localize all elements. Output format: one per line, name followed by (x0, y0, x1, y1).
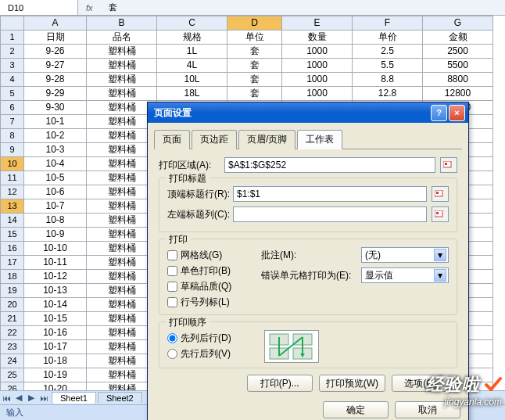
row-header[interactable]: 2 (1, 45, 24, 59)
row-header[interactable]: 23 (1, 340, 24, 354)
sheet-tab-1[interactable]: Sheet1 (52, 392, 96, 404)
cell[interactable]: 10L (157, 73, 227, 87)
row-header[interactable]: 12 (1, 185, 24, 199)
row-header[interactable]: 8 (1, 129, 24, 143)
row-header[interactable]: 15 (1, 228, 24, 242)
cell[interactable]: 2500 (423, 45, 493, 59)
cell[interactable]: 塑料桶 (87, 73, 157, 87)
cell[interactable]: 9-27 (24, 59, 87, 73)
draft-checkbox[interactable]: 草稿品质(Q) (167, 278, 261, 294)
cell[interactable]: 12800 (423, 87, 493, 101)
cell[interactable]: 规格 (157, 31, 227, 45)
row-header[interactable]: 25 (1, 368, 24, 382)
cell[interactable]: 塑料桶 (87, 270, 157, 284)
cell[interactable]: 塑料桶 (87, 59, 157, 73)
print-button[interactable]: 打印(P)... (247, 375, 313, 392)
cell[interactable]: 10-15 (24, 312, 87, 326)
column-header-G[interactable]: G (423, 16, 493, 31)
cell[interactable]: 塑料桶 (87, 228, 157, 242)
errors-combo[interactable]: 显示值 ▾ (361, 267, 449, 283)
name-box[interactable]: D10 (0, 0, 78, 15)
cell[interactable]: 塑料桶 (87, 326, 157, 340)
cell[interactable]: 4L (157, 59, 227, 73)
cell[interactable]: 10-12 (24, 270, 87, 284)
row-header[interactable]: 22 (1, 326, 24, 340)
row-header[interactable]: 14 (1, 214, 24, 228)
cell[interactable]: 10-4 (24, 157, 87, 171)
cell[interactable]: 10-10 (24, 242, 87, 256)
cell[interactable]: 数量 (282, 31, 353, 45)
cell[interactable]: 1L (157, 45, 227, 59)
cancel-button[interactable]: 取消 (395, 401, 460, 418)
row-header[interactable]: 3 (1, 59, 24, 73)
cell[interactable]: 日期 (24, 31, 87, 45)
row-header[interactable]: 21 (1, 312, 24, 326)
cell[interactable]: 1000 (282, 73, 353, 87)
row-header[interactable]: 24 (1, 354, 24, 368)
cell[interactable]: 塑料桶 (87, 340, 157, 354)
cell[interactable]: 18L (157, 87, 227, 101)
cell[interactable]: 9-30 (24, 101, 87, 115)
cell[interactable]: 塑料桶 (87, 354, 157, 368)
tab-nav-next-icon[interactable]: ▶ (25, 392, 38, 404)
print-area-input[interactable]: $A$1:$G$252 (224, 157, 435, 173)
cell[interactable]: 12.8 (353, 87, 423, 101)
cell[interactable]: 10-2 (24, 129, 87, 143)
cell[interactable]: 塑料桶 (87, 256, 157, 270)
cell[interactable]: 10-14 (24, 298, 87, 312)
row-header[interactable]: 17 (1, 256, 24, 270)
cell[interactable]: 套 (227, 59, 282, 73)
tab-header-footer[interactable]: 页眉/页脚 (238, 130, 295, 149)
cell[interactable]: 10-9 (24, 228, 87, 242)
cell[interactable]: 塑料桶 (87, 312, 157, 326)
cell[interactable]: 10-5 (24, 171, 87, 185)
ok-button[interactable]: 确定 (323, 401, 389, 418)
cell[interactable]: 塑料桶 (87, 284, 157, 298)
cell[interactable]: 5500 (423, 59, 493, 73)
tab-sheet[interactable]: 工作表 (297, 130, 342, 149)
cell[interactable]: 10-13 (24, 284, 87, 298)
top-row-input[interactable]: $1:$1 (233, 186, 427, 202)
gridlines-checkbox[interactable]: 网格线(G) (167, 247, 261, 263)
row-header[interactable]: 1 (1, 31, 24, 45)
formula-input[interactable]: 套 (101, 2, 505, 13)
rowcol-checkbox[interactable]: 行号列标(L) (167, 294, 261, 310)
cell[interactable]: 单位 (227, 31, 282, 45)
row-header[interactable]: 5 (1, 87, 24, 101)
tab-page[interactable]: 页面 (154, 130, 190, 149)
column-header-B[interactable]: B (87, 16, 157, 31)
row-header[interactable]: 13 (1, 199, 24, 214)
tab-nav-first-icon[interactable]: ⏮ (0, 392, 13, 404)
row-header[interactable]: 16 (1, 242, 24, 256)
sheet-tab-2[interactable]: Sheet2 (98, 392, 142, 404)
help-button[interactable]: ? (431, 105, 447, 121)
cell[interactable]: 8.8 (353, 73, 423, 87)
cell[interactable]: 10-18 (24, 354, 87, 368)
cell[interactable]: 8800 (423, 73, 493, 87)
tab-nav-prev-icon[interactable]: ◀ (13, 392, 25, 404)
row-then-col-radio[interactable]: 先行后列(V) (167, 346, 261, 361)
cell[interactable]: 塑料桶 (87, 171, 157, 185)
cell[interactable]: 10-7 (24, 199, 87, 214)
cell[interactable]: 塑料桶 (87, 101, 157, 115)
cell[interactable]: 套 (227, 87, 282, 101)
row-header[interactable]: 9 (1, 143, 24, 157)
row-header[interactable]: 18 (1, 270, 24, 284)
dialog-titlebar[interactable]: 页面设置 ? × (148, 102, 468, 123)
column-header-E[interactable]: E (282, 16, 353, 31)
cell[interactable]: 塑料桶 (87, 242, 157, 256)
cell[interactable]: 塑料桶 (87, 214, 157, 228)
cell[interactable]: 10-3 (24, 143, 87, 157)
cell[interactable]: 套 (227, 73, 282, 87)
cell[interactable]: 塑料桶 (87, 185, 157, 199)
cell[interactable]: 1000 (282, 45, 353, 59)
cell[interactable]: 塑料桶 (87, 199, 157, 214)
column-header-D[interactable]: D (227, 16, 282, 31)
print-area-picker-icon[interactable] (440, 157, 457, 173)
cell[interactable]: 10-19 (24, 368, 87, 382)
cell[interactable]: 10-6 (24, 185, 87, 199)
cell[interactable]: 品名 (87, 31, 157, 45)
row-header[interactable]: 26 (1, 382, 24, 391)
cell[interactable]: 塑料桶 (87, 382, 157, 391)
cell[interactable]: 10-1 (24, 115, 87, 129)
